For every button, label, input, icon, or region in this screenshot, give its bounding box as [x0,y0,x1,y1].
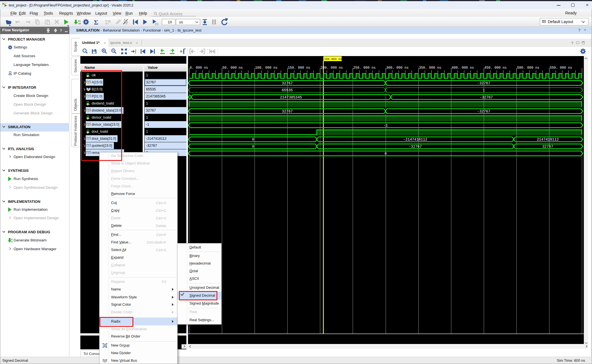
svg-text:0: 0 [252,145,254,149]
svg-text:-2147418112: -2147418112 [403,137,427,142]
svg-text:10: 10 [11,241,13,243]
svg-text:65535: 65535 [282,88,293,92]
svg-text:32767: 32767 [282,109,293,114]
svg-text:(T): (T) [155,23,158,26]
svg-text:?: ? [60,28,62,33]
svg-text:350. 000 ns: 350. 000 ns [419,66,441,70]
svg-text:150. 000 ns: 150. 000 ns [288,66,310,70]
svg-text:32767: 32767 [282,81,293,85]
svg-text:0: 0 [385,152,387,156]
svg-text:-32767: -32767 [477,81,491,85]
svg-text:-32767: -32767 [477,109,491,114]
svg-text:01: 01 [11,238,13,241]
svg-text:01: 01 [78,20,81,22]
svg-text:550. 000 ns: 550. 000 ns [550,66,572,70]
svg-text:300. 000 ns: 300. 000 ns [386,66,408,70]
svg-text:500. 000 ns: 500. 000 ns [517,66,539,70]
svg-text:Σ: Σ [105,19,109,25]
svg-text:2147385345: 2147385345 [280,95,302,99]
svg-text:205.004 ns: 205.004 ns [324,57,342,61]
svg-text:200. 000 ns: 200. 000 ns [321,66,343,70]
svg-text:-32767: -32767 [480,95,493,99]
svg-text:1: 1 [483,88,485,92]
svg-text:-32767: -32767 [409,145,422,149]
svg-text:250. 000 ns: 250. 000 ns [353,66,375,70]
svg-text:100. 000 ns: 100. 000 ns [255,66,277,70]
svg-text:450. 000 ns: 450. 000 ns [484,66,507,70]
svg-text:32767: 32767 [542,145,553,149]
svg-text:0. 000 ns: 0. 000 ns [190,66,208,70]
svg-text:50. 000 ns: 50. 000 ns [222,66,243,70]
svg-text:400. 000 ns: 400. 000 ns [452,66,474,70]
svg-text:10: 10 [78,22,81,25]
svg-text:2147418112: 2147418112 [537,137,559,142]
svg-text:-1: -1 [383,123,388,128]
svg-text:0: 0 [252,137,254,142]
svg-text:Σ: Σ [94,19,98,26]
